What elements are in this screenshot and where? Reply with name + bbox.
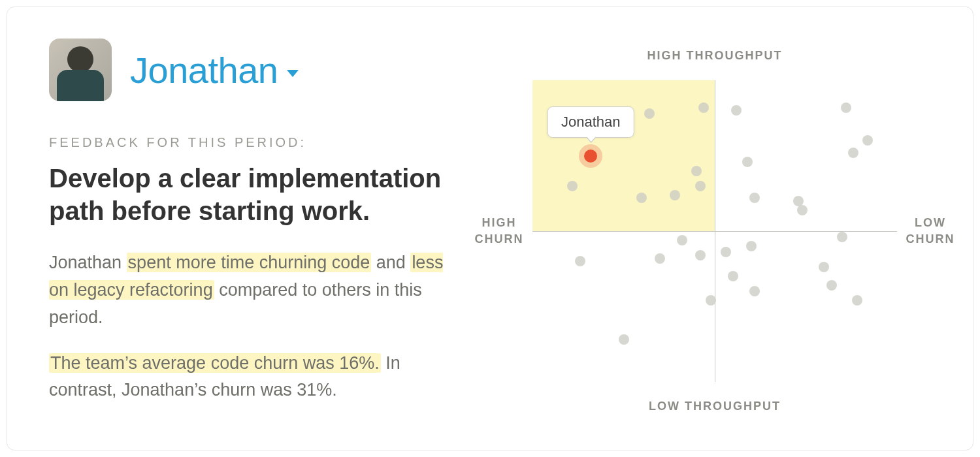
point-tooltip: Jonathan xyxy=(547,106,634,138)
data-point[interactable] xyxy=(852,295,862,306)
section-label: FEEDBACK FOR THIS PERIOD: xyxy=(49,135,480,150)
person-header: Jonathan xyxy=(49,39,480,101)
data-point[interactable] xyxy=(862,135,873,146)
data-point[interactable] xyxy=(677,235,687,245)
data-point-highlight[interactable] xyxy=(584,150,597,163)
plot-area: Jonathan xyxy=(532,80,897,382)
text: Jonathan’s churn was 31%. xyxy=(122,380,337,400)
data-point[interactable] xyxy=(819,262,829,272)
person-selector[interactable]: Jonathan xyxy=(130,49,299,91)
axis-label-bottom: LOW THROUGHPUT xyxy=(532,400,897,413)
data-point[interactable] xyxy=(728,271,738,281)
data-point[interactable] xyxy=(721,247,731,257)
data-point[interactable] xyxy=(731,105,742,116)
feedback-card: Jonathan FEEDBACK FOR THIS PERIOD: Devel… xyxy=(7,7,973,450)
person-name: Jonathan xyxy=(130,49,278,91)
data-point[interactable] xyxy=(695,181,706,191)
data-point[interactable] xyxy=(567,181,578,191)
data-point[interactable] xyxy=(797,205,808,215)
feedback-paragraph-2: The team’s average code churn was 16%. I… xyxy=(49,350,467,405)
data-point[interactable] xyxy=(655,253,665,264)
axis-vertical xyxy=(715,80,715,382)
axis-label-left: HIGH CHURN xyxy=(470,215,529,247)
text: and xyxy=(371,253,410,272)
data-point[interactable] xyxy=(619,334,629,345)
data-point[interactable] xyxy=(670,190,680,200)
axis-label-right: LOW CHURN xyxy=(901,215,960,247)
data-point[interactable] xyxy=(691,166,702,176)
data-point[interactable] xyxy=(826,280,837,291)
avatar[interactable] xyxy=(49,39,112,101)
text: Jonathan xyxy=(49,253,127,272)
feedback-paragraph-1: Jonathan spent more time churning code a… xyxy=(49,249,467,332)
data-point[interactable] xyxy=(695,250,706,260)
data-point[interactable] xyxy=(837,232,847,242)
data-point[interactable] xyxy=(749,286,760,296)
highlight: The team’s average code churn was 16%. xyxy=(49,353,381,373)
quadrant-chart: HIGH THROUGHPUT LOW THROUGHPUT HIGH CHUR… xyxy=(532,52,897,411)
data-point[interactable] xyxy=(644,108,655,119)
axis-label-top: HIGH THROUGHPUT xyxy=(532,49,897,63)
highlight: spent more time churning code xyxy=(127,253,372,272)
quadrant-chart-column: HIGH THROUGHPUT LOW THROUGHPUT HIGH CHUR… xyxy=(480,39,936,424)
data-point[interactable] xyxy=(848,148,858,158)
highlight-quadrant xyxy=(532,80,715,231)
data-point[interactable] xyxy=(841,102,851,113)
feedback-headline: Develop a clear implementation path befo… xyxy=(49,162,454,227)
data-point[interactable] xyxy=(749,193,760,203)
data-point[interactable] xyxy=(698,102,709,113)
feedback-text-column: Jonathan FEEDBACK FOR THIS PERIOD: Devel… xyxy=(49,39,480,424)
data-point[interactable] xyxy=(746,241,757,251)
data-point[interactable] xyxy=(575,256,585,266)
chevron-down-icon xyxy=(287,70,299,77)
data-point[interactable] xyxy=(742,157,753,167)
